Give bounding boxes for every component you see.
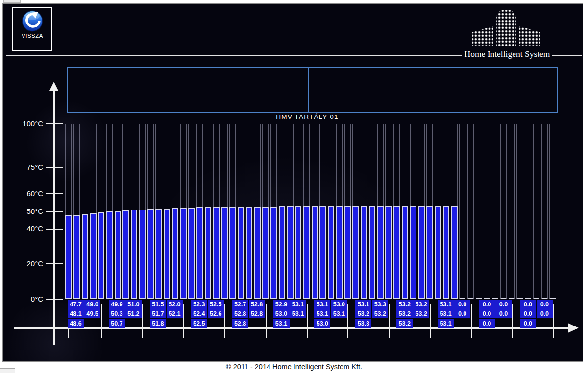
bar-value-label: 50.7 — [109, 319, 125, 328]
bar — [336, 206, 343, 299]
bar-outline — [533, 124, 539, 299]
bar — [279, 206, 285, 299]
bar-value-label: 53.1 — [438, 300, 454, 309]
bar-value-label: 53.2 — [413, 309, 429, 318]
bar — [188, 208, 195, 299]
bar-value-label: 51.5 — [150, 300, 166, 309]
bar-value-label: 53.2 — [396, 300, 413, 309]
group-separator — [512, 304, 513, 338]
bar-value-label: 53.2 — [396, 309, 413, 318]
bar-outline — [500, 124, 507, 299]
bar — [328, 206, 334, 299]
bar-value-label: 52.8 — [232, 309, 248, 318]
y-axis-tick-label: 60°C — [13, 189, 43, 198]
group-separator — [142, 304, 143, 338]
bar-value-label: 52.4 — [191, 309, 207, 318]
bar — [74, 215, 80, 299]
bar-value-label: 53.2 — [355, 309, 371, 318]
bar-value-label: 53.2 — [372, 309, 388, 318]
bar-value-label: 0.0 — [479, 319, 495, 328]
bar-chart: 100°C75°C60°C50°C40°C20°C0°C47.748.148.6… — [0, 0, 588, 373]
y-axis-tick-label: 0°C — [13, 295, 43, 303]
bar — [229, 207, 236, 299]
bar — [196, 207, 203, 299]
bar — [410, 206, 416, 299]
bar — [319, 206, 326, 299]
y-axis-tick-label: 75°C — [13, 163, 43, 171]
bar-value-label: 52.9 — [273, 300, 290, 309]
bar-value-label: 0.0 — [454, 300, 470, 309]
group-separator — [266, 304, 267, 338]
bar-value-label: 0.0 — [520, 319, 536, 328]
bar — [352, 206, 359, 299]
y-axis-tick-label: 20°C — [13, 259, 43, 268]
bar-value-label: 0.0 — [454, 309, 470, 318]
bar-outline — [541, 124, 548, 299]
bar — [106, 211, 113, 299]
bar-value-label: 0.0 — [495, 309, 512, 318]
bar-outline — [509, 124, 515, 299]
bar-value-label: 0.0 — [520, 300, 536, 309]
bar — [90, 213, 96, 299]
bar — [155, 209, 162, 299]
bar-value-label: 52.5 — [191, 319, 207, 328]
bar-value-label: 52.5 — [208, 300, 224, 309]
y-axis-tick-label: 40°C — [13, 224, 43, 233]
bar — [98, 212, 104, 299]
group-separator — [471, 304, 472, 338]
y-axis-tick — [46, 299, 63, 300]
bar-value-label: 49.0 — [84, 300, 100, 309]
bar — [312, 206, 318, 299]
bar-value-label: 52.1 — [167, 309, 183, 318]
bar — [451, 206, 457, 299]
bar-outline — [549, 124, 556, 299]
bar-outline — [467, 124, 474, 299]
bar-outline — [476, 124, 482, 299]
bar — [344, 206, 351, 299]
bar — [385, 206, 392, 299]
bar-value-label: 53.1 — [331, 309, 347, 318]
bar-value-label: 48.6 — [68, 319, 84, 328]
bar-value-label: 53.1 — [355, 300, 371, 309]
bar — [393, 206, 400, 299]
y-axis-line — [53, 90, 55, 345]
bar-value-label: 52.0 — [167, 300, 183, 309]
bar-value-label: 51.0 — [125, 300, 142, 309]
y-axis-tick — [46, 193, 63, 194]
bar-value-label: 53.1 — [273, 319, 290, 328]
bar-value-label: 53.0 — [314, 319, 330, 328]
x-axis-arrow-icon — [568, 323, 579, 333]
bar — [426, 206, 433, 299]
bar-value-label: 48.1 — [68, 309, 84, 318]
group-separator — [101, 304, 102, 338]
bar-value-label: 52.3 — [191, 300, 207, 309]
bar-value-label: 50.3 — [109, 309, 125, 318]
group-separator — [183, 304, 184, 338]
bar-value-label: 53.3 — [355, 319, 371, 328]
group-separator — [553, 304, 554, 338]
group-separator — [307, 304, 308, 338]
bar-value-label: 0.0 — [520, 309, 536, 318]
bar — [122, 210, 129, 299]
y-axis-tick — [46, 229, 63, 230]
bar — [82, 214, 88, 299]
y-axis-tick — [46, 123, 63, 124]
bar-value-label: 52.8 — [232, 319, 248, 328]
group-separator — [347, 304, 348, 338]
bar — [443, 206, 449, 299]
bar-value-label: 53.1 — [314, 309, 330, 318]
bar-value-label: 53.2 — [413, 300, 429, 309]
bar-value-label: 53.1 — [290, 300, 306, 309]
bar — [246, 207, 252, 299]
bar — [270, 207, 277, 299]
group-separator — [389, 304, 390, 338]
y-axis-arrow-icon — [49, 82, 58, 91]
bar-value-label: 49.5 — [84, 309, 100, 318]
y-axis-tick — [46, 211, 63, 212]
bar — [205, 207, 211, 299]
group-separator — [224, 304, 225, 338]
bar-value-label: 53.0 — [273, 309, 290, 318]
bar-outline — [459, 124, 466, 299]
bar — [435, 206, 441, 299]
bar — [262, 207, 269, 299]
